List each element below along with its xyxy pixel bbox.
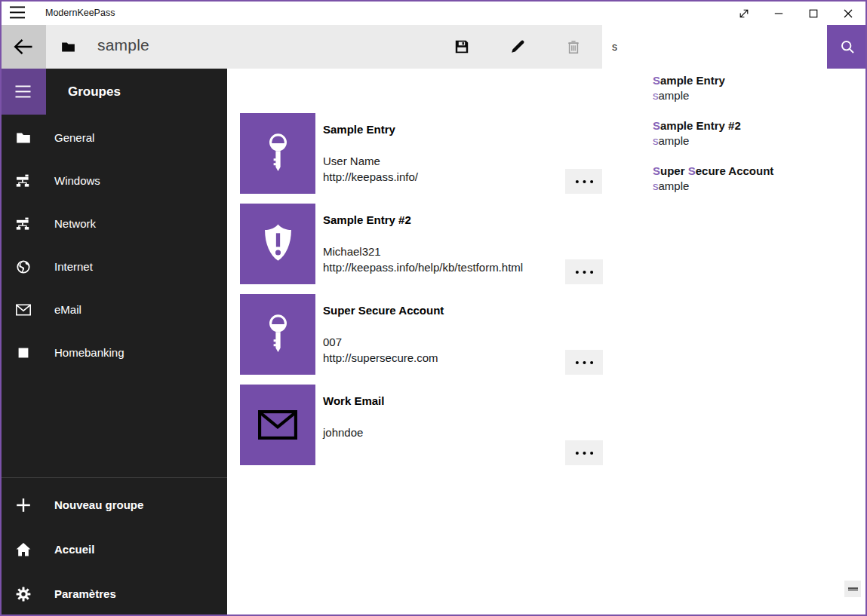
entry-title: Sample Entry #2	[323, 213, 411, 226]
minimize-button[interactable]	[761, 2, 796, 25]
result-text: ample	[659, 179, 690, 192]
sidebar-item-label: Network	[54, 217, 96, 230]
ellipsis-icon	[575, 179, 594, 184]
entry-more-button[interactable]	[565, 440, 603, 465]
close-button[interactable]	[831, 2, 865, 25]
match-highlight: s	[653, 179, 659, 192]
search-result-title: Sample Entry #2	[653, 118, 865, 133]
entry-row[interactable]: Work Email johndoe	[240, 385, 603, 465]
hamburger-icon[interactable]	[10, 6, 25, 19]
key-icon	[264, 132, 292, 175]
search-result[interactable]: Super Secure Account sample	[653, 164, 865, 209]
network-icon	[16, 216, 31, 231]
gear-icon	[16, 587, 31, 602]
ellipsis-icon	[575, 270, 594, 274]
sidebar-item-network[interactable]: Network	[0, 202, 227, 245]
sidebar-actions: Nouveau groupe Accueil Paramètres	[0, 483, 227, 616]
shield-exclamation-icon	[260, 223, 296, 265]
search-results-flyout: Sample Entry sample Sample Entry #2 samp…	[602, 69, 865, 216]
entry-row[interactable]: Super Secure Account 007http://supersecu…	[240, 294, 603, 375]
envelope-icon	[258, 410, 297, 440]
entry-detail-line: 007	[323, 334, 438, 350]
search-result-title: Super Secure Account	[653, 164, 865, 179]
hamburger-button[interactable]	[0, 69, 46, 115]
back-button[interactable]	[0, 25, 46, 69]
window-border	[0, 0, 2, 616]
hamburger-icon	[15, 85, 31, 98]
result-text: ample Entry #2	[660, 119, 741, 132]
window-title: ModernKeePass	[45, 0, 115, 25]
sidebar-item-label: Homebanking	[54, 346, 125, 359]
search-result[interactable]: Sample Entry #2 sample	[653, 118, 865, 164]
plus-icon	[16, 498, 31, 513]
entry-details: User Namehttp://keepass.info/	[323, 153, 418, 185]
match-highlight: S	[653, 164, 660, 177]
database-title: sample	[97, 36, 149, 54]
globe-icon	[16, 259, 31, 274]
navigation-pane: Groupes General Windows Network Internet…	[0, 69, 227, 616]
sidebar-item-label: eMail	[54, 303, 81, 316]
entry-more-button[interactable]	[565, 259, 603, 284]
sidebar-groups: General Windows Network Internet eMail H…	[0, 116, 227, 374]
entry-detail-line: http://keepass.info/help/kb/testform.htm…	[323, 259, 523, 275]
back-arrow-icon	[14, 37, 33, 57]
expand-button[interactable]	[727, 2, 761, 25]
match-highlight: S	[688, 164, 696, 177]
command-bar: sample	[0, 25, 867, 69]
magnifier-icon	[840, 39, 855, 54]
entry-more-button[interactable]	[565, 169, 603, 194]
sidebar-item-label: Nouveau groupe	[54, 498, 143, 511]
ellipsis-icon	[575, 451, 594, 455]
groups-heading: Groupes	[68, 69, 121, 115]
sidebar-divider	[0, 477, 227, 478]
search-result-subtitle: sample	[653, 133, 865, 149]
entry-detail-line: Michael321	[323, 244, 523, 259]
key-icon	[264, 313, 292, 356]
entry-row[interactable]: Sample Entry User Namehttp://keepass.inf…	[240, 113, 603, 194]
close-icon	[842, 8, 854, 20]
entry-detail-line: http://supersecure.com	[323, 350, 438, 366]
sidebar-item-label: Internet	[54, 260, 93, 273]
search-result[interactable]: Sample Entry sample	[653, 73, 865, 118]
entry-tile	[240, 204, 315, 284]
square-icon	[16, 345, 31, 360]
result-text: ample Entry	[660, 74, 725, 87]
sidebar-item-paramètres[interactable]: Paramètres	[0, 572, 227, 616]
entry-tile	[240, 385, 315, 465]
search-box	[602, 25, 827, 69]
minimize-icon	[773, 8, 785, 20]
search-input[interactable]	[602, 25, 827, 69]
edit-button[interactable]	[500, 29, 536, 65]
entry-tile	[240, 294, 315, 375]
search-result-subtitle: sample	[653, 88, 865, 103]
sidebar-item-label: General	[54, 131, 94, 144]
entry-detail-line: http://keepass.info/	[323, 169, 418, 185]
entry-details: 007http://supersecure.com	[323, 334, 438, 366]
entry-title: Super Secure Account	[323, 304, 444, 317]
folder-icon	[16, 130, 31, 146]
sidebar-item-internet[interactable]: Internet	[0, 245, 227, 288]
entry-details: johndoe	[323, 424, 363, 440]
caption-buttons	[727, 2, 865, 25]
result-text: ample	[659, 134, 690, 147]
sidebar-item-label: Windows	[54, 174, 100, 187]
sidebar-item-accueil[interactable]: Accueil	[0, 527, 227, 572]
network-icon	[16, 173, 31, 188]
sidebar-item-homebanking[interactable]: Homebanking	[0, 331, 227, 374]
entry-row[interactable]: Sample Entry #2 Michael321http://keepass…	[240, 204, 603, 284]
save-button[interactable]	[444, 29, 480, 65]
maximize-button[interactable]	[796, 2, 831, 25]
sidebar-item-email[interactable]: eMail	[0, 288, 227, 331]
sidebar-item-windows[interactable]: Windows	[0, 159, 227, 202]
sidebar-item-nouveau-groupe[interactable]: Nouveau groupe	[0, 483, 227, 527]
search-button[interactable]	[827, 25, 867, 69]
maximize-icon	[807, 8, 819, 20]
entry-more-button[interactable]	[565, 350, 603, 375]
match-highlight: S	[653, 119, 660, 132]
ellipsis-icon	[575, 360, 594, 365]
sidebar-item-general[interactable]: General	[0, 116, 227, 159]
title-bar: ModernKeePass	[0, 0, 867, 25]
delete-button[interactable]	[555, 29, 592, 65]
match-highlight: S	[653, 74, 660, 87]
zoom-out-button[interactable]	[844, 581, 861, 597]
